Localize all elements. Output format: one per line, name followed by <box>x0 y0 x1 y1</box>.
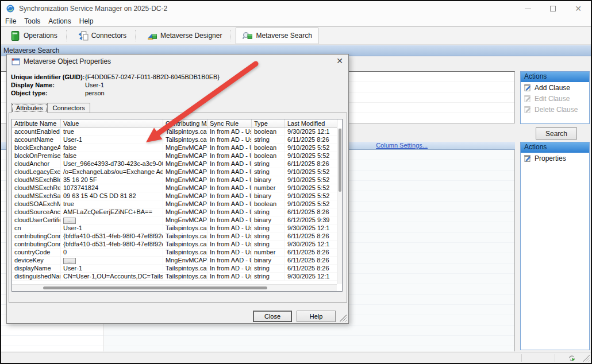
window-resize-grip[interactable] <box>583 355 590 362</box>
tab-connectors[interactable]: Connectors <box>47 103 90 113</box>
table-cell: Tailspintoys.ca <box>163 241 207 249</box>
info-row-object-type: Object type:person <box>11 89 105 97</box>
table-cell: MngEnvMCAP55... <box>163 176 207 184</box>
column-header-last-modified[interactable]: Last Modified <box>285 119 337 128</box>
table-row[interactable]: contributingConn...{bfdfa410-d531-4feb-9… <box>12 233 342 241</box>
table-cell: number <box>252 249 285 257</box>
table-row[interactable]: cloudMSExchSaf...09 63 15 4D C5 DD 81 82… <box>12 192 342 200</box>
menu-tools[interactable]: Tools <box>20 17 44 25</box>
info-row-display-name: Display Name:User-1 <box>11 81 104 89</box>
clause-icon <box>524 84 532 92</box>
table-cell: 9/30/2025 12:1 <box>285 224 337 233</box>
table-row[interactable]: cloudMSExchRe...1073741824MngEnvMCAP55..… <box>12 184 342 192</box>
vertical-scrollbar-thumb[interactable] <box>339 129 341 192</box>
dialog-resize-grip[interactable] <box>340 315 347 322</box>
column-settings-link[interactable]: Column Settings... <box>376 142 428 149</box>
search-button[interactable]: Search <box>536 127 577 140</box>
table-row[interactable]: cloudSOAExchM...trueMngEnvMCAP55...In fr… <box>12 200 342 208</box>
table-cell: MngEnvMCAP55... <box>163 192 207 200</box>
actions-panel-title: Actions <box>521 72 589 82</box>
table-row[interactable]: countryCode0Tailspintoys.caIn from AD - … <box>12 249 342 257</box>
table-cell: 35 16 20 5F <box>61 176 163 184</box>
vertical-scrollbar[interactable] <box>337 128 342 284</box>
table-cell: cn <box>12 224 61 233</box>
actions-panel-bottom: Actions Properties <box>520 142 590 350</box>
table-row[interactable]: accountNameUser-1Tailspintoys.caIn from … <box>12 136 342 144</box>
table-cell: Tailspintoys.ca <box>163 233 207 241</box>
close-button[interactable]: ✕ <box>566 1 591 16</box>
table-row[interactable]: cloudLegacyExc.../o=ExchangeLabs/ou=Exch… <box>12 168 342 176</box>
table-cell: MngEnvMCAP55... <box>163 168 207 176</box>
table-cell: In from AAD - Us... <box>207 192 252 200</box>
toolbar-button-metaverse-search[interactable]: Metaverse Search <box>236 28 318 44</box>
table-row[interactable]: blockExchangeAt...falseMngEnvMCAP55...In… <box>12 144 342 152</box>
table-cell: accountName <box>12 136 61 144</box>
table-cell: AMFLaZcQeEerjEZiNFC+BA== <box>61 208 163 216</box>
tab-attributes[interactable]: Attributes <box>11 103 48 113</box>
dialog-close-icon[interactable]: ✕ <box>336 57 343 65</box>
table-row[interactable]: cloudMSExchBlo...35 16 20 5FMngEnvMCAP55… <box>12 176 342 184</box>
dialog-help-button[interactable]: Help <box>297 311 336 322</box>
title-bar: Synchronization Service Manager on 2025-… <box>1 1 591 16</box>
horizontal-scrollbar[interactable] <box>12 284 337 291</box>
table-row[interactable]: displayNameUser-1Tailspintoys.caIn from … <box>12 265 342 273</box>
table-cell: string <box>252 233 285 241</box>
table-cell: In from AAD - Us... <box>207 257 252 265</box>
value-ellipsis-button[interactable]: ... <box>63 218 76 224</box>
action-properties[interactable]: Properties <box>521 153 589 164</box>
table-cell: In from AAD - Us... <box>207 184 252 192</box>
table-cell: MngEnvMCAP55... <box>163 208 207 216</box>
table-row[interactable]: deviceKey...MngEnvMCAP55...In from AAD -… <box>12 257 342 265</box>
toolbar-button-connectors[interactable]: Connectors <box>71 28 133 44</box>
maximize-button[interactable] <box>540 1 566 16</box>
table-cell: 9/10/2025 5:52 <box>285 152 337 160</box>
menu-file[interactable]: File <box>1 17 20 25</box>
table-cell: 0 <box>61 249 163 257</box>
table-cell: MngEnvMCAP55... <box>163 152 207 160</box>
column-header-attribute-name[interactable]: Attribute Name <box>12 119 61 128</box>
table-cell: binary <box>252 192 285 200</box>
action-label: Properties <box>535 154 566 162</box>
table-row[interactable]: accountEnabledtrueTailspintoys.caIn from… <box>12 128 342 136</box>
table-row[interactable]: cloudAnchorUser_966e4393-d730-423c-a3c9-… <box>12 160 342 168</box>
menu-actions[interactable]: Actions <box>44 17 75 25</box>
table-row[interactable]: cloudUserCertific......MngEnvMCAP55...In… <box>12 216 342 224</box>
connectors-icon <box>78 30 89 41</box>
toolbar-button-operations[interactable]: Operations <box>3 28 64 44</box>
action-label: Add Clause <box>535 84 570 92</box>
table-cell: In from AD - User ... <box>207 273 252 281</box>
column-header-type[interactable]: Type <box>252 119 285 128</box>
table-header-row: Attribute NameValueContributing MASync R… <box>12 119 342 128</box>
table-cell: In from AD - User ... <box>207 265 252 273</box>
value-ellipsis-button[interactable]: ... <box>63 258 76 264</box>
table-row[interactable]: cloudSourceAnc...AMFLaZcQeEerjEZiNFC+BA=… <box>12 208 342 216</box>
table-cell: In from AAD - Us... <box>207 160 252 168</box>
column-header-contributing-ma[interactable]: Contributing MA <box>163 119 207 128</box>
column-header-value[interactable]: Value <box>61 119 163 128</box>
dialog-title-bar[interactable]: Metaverse Object Properties ✕ <box>7 55 348 68</box>
table-cell: accountEnabled <box>12 128 61 136</box>
status-bar <box>1 353 591 363</box>
horizontal-scrollbar-thumb[interactable] <box>43 286 267 289</box>
dialog-icon <box>11 57 20 66</box>
dialog-close-button[interactable]: Close <box>253 311 292 322</box>
info-value: person <box>85 90 105 96</box>
action-add-clause[interactable]: Add Clause <box>521 82 589 93</box>
app-icon <box>6 4 15 13</box>
minimize-button[interactable] <box>515 1 540 16</box>
table-row[interactable]: contributingConn...{bfdfa410-d531-4feb-9… <box>12 241 342 249</box>
toolbar-button-metaverse-designer[interactable]: Metaverse Designer <box>140 28 228 44</box>
table-row[interactable]: blockOnPremises...falseMngEnvMCAP55...In… <box>12 152 342 160</box>
table-row[interactable]: distinguishedNameCN=User-1,OU=Accounts,D… <box>12 273 342 281</box>
table-cell: Tailspintoys.ca <box>163 136 207 144</box>
table-cell: 6/11/2025 8:26 <box>285 136 337 144</box>
column-header-sync-rule[interactable]: Sync Rule <box>207 119 252 128</box>
dialog-tabs: AttributesConnectors <box>11 103 90 113</box>
table-cell: In from AAD - Us... <box>207 168 252 176</box>
table-row[interactable]: cnUser-1Tailspintoys.caIn from AD - User… <box>12 224 342 233</box>
menu-help[interactable]: Help <box>75 17 98 25</box>
table-cell: In from AAD - Us... <box>207 216 252 224</box>
table-cell: In from AD - User ... <box>207 249 252 257</box>
table-cell: 6/11/2025 8:26 <box>285 233 337 241</box>
table-cell: User-1 <box>61 136 163 144</box>
